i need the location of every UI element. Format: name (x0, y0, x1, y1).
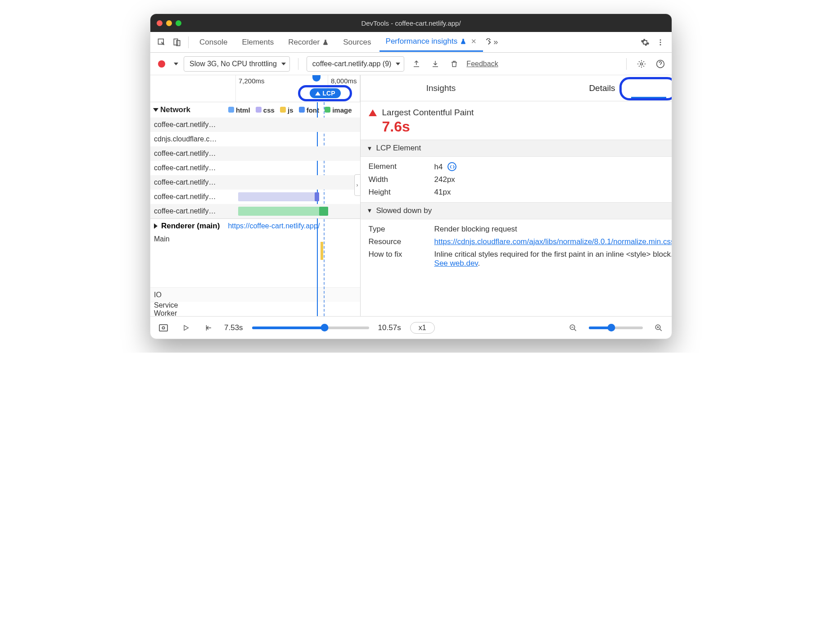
playback-bar: 7.53s 10.57s x1 (150, 316, 672, 339)
lcp-element-details: Element h4 Width 242px Height 41px (361, 157, 672, 202)
lcp-summary: Largest Contentful Paint 7.6s (361, 101, 672, 140)
titlebar: DevTools - coffee-cart.netlify.app/ (150, 14, 672, 32)
how-to-fix-link[interactable]: See web.dev (434, 259, 478, 268)
expand-sidebar-handle[interactable]: › (354, 174, 361, 196)
reveal-element-icon[interactable] (447, 162, 456, 171)
start-time: 7.53s (224, 323, 243, 332)
record-button[interactable] (155, 57, 168, 71)
network-request-row[interactable]: coffee-cart.netlify… (150, 175, 360, 190)
network-rows: coffee-cart.netlify… cdnjs.cloudflare.c…… (150, 118, 360, 218)
tick-label: 8,000ms (331, 77, 357, 85)
kv-label: Type (369, 225, 427, 234)
kv-label: Element (369, 162, 427, 172)
screenshot-toggle-icon[interactable] (157, 321, 170, 335)
kv-value: https://cdnjs.cloudflare.com/ajax/libs/n… (434, 237, 672, 246)
warning-triangle-icon (369, 109, 377, 116)
network-request-row[interactable]: coffee-cart.netlify… (150, 146, 360, 161)
skip-back-icon[interactable] (202, 321, 215, 335)
network-request-row[interactable]: coffee-cart.netlify… (150, 118, 360, 132)
triangle-up-icon (315, 91, 321, 95)
import-icon[interactable] (429, 57, 442, 71)
network-request-row[interactable]: coffee-cart.netlify… (150, 204, 360, 218)
kv-label: How to fix (369, 250, 427, 268)
thread-service-worker[interactable]: Service Worker (150, 302, 156, 316)
details-pane: Insights Details Largest Contentful Pain… (361, 75, 672, 316)
end-time: 10.57s (378, 323, 401, 332)
svg-rect-1 (174, 39, 177, 45)
network-legend: html css js font image (228, 106, 357, 114)
flask-icon (322, 39, 329, 45)
device-toggle-icon[interactable] (170, 36, 184, 49)
kv-value: 242px (434, 175, 672, 184)
kv-label: Height (369, 188, 427, 197)
thread-main[interactable]: Main (150, 233, 360, 287)
tab-console[interactable]: Console (193, 33, 234, 51)
lcp-value: 7.6s (382, 118, 672, 135)
throttle-dropdown[interactable]: Slow 3G, No CPU throttling (184, 56, 290, 72)
svg-point-5 (660, 44, 661, 45)
lcp-title: Largest Contentful Paint (382, 108, 474, 118)
insights-details-tabs: Insights Details (361, 75, 672, 101)
timeline-body: Network html css js font image coffee-ca… (150, 102, 360, 316)
network-request-row[interactable]: coffee-cart.netlify… (150, 190, 360, 204)
kv-value: h4 (434, 162, 672, 172)
window-title: DevTools - coffee-cart.netlify.app/ (150, 19, 672, 27)
kv-value: Render blocking request (434, 225, 672, 234)
kebab-menu-icon[interactable] (654, 36, 667, 49)
playhead-marker[interactable] (312, 75, 321, 82)
renderer-url-link[interactable]: https://coffee-cart.netlify.app/ (228, 222, 320, 230)
slowed-down-section-header[interactable]: ▼ Slowed down by (361, 202, 672, 219)
more-tabs-icon[interactable]: » (485, 36, 498, 49)
svg-point-3 (660, 39, 661, 41)
tab-elements[interactable]: Elements (235, 33, 280, 51)
network-section-header[interactable]: Network html css js font image (150, 102, 360, 118)
zoom-in-icon[interactable] (652, 321, 665, 335)
svg-point-9 (162, 327, 164, 329)
tab-sources[interactable]: Sources (337, 33, 377, 51)
disclosure-triangle-icon (154, 223, 158, 229)
kv-value: 41px (434, 188, 672, 197)
delete-icon[interactable] (447, 57, 461, 71)
zoom-level[interactable]: x1 (410, 322, 435, 334)
zoom-slider[interactable] (589, 327, 643, 329)
slowed-down-details: Type Render blocking request Resource ht… (361, 219, 672, 273)
inspect-icon[interactable] (155, 36, 168, 49)
export-icon[interactable] (410, 57, 423, 71)
zoom-out-icon[interactable] (566, 321, 580, 335)
disclosure-triangle-icon (153, 108, 158, 112)
perf-settings-icon[interactable] (635, 57, 648, 71)
svg-point-6 (641, 63, 643, 65)
settings-icon[interactable] (638, 36, 652, 49)
main-body: 7,200ms LCP 8,000ms (150, 75, 672, 316)
kv-value: Inline critical styles required for the … (434, 250, 672, 268)
tab-performance-insights[interactable]: Performance insights ✕ (379, 32, 483, 52)
devtools-window: DevTools - coffee-cart.netlify.app/ Cons… (150, 14, 672, 339)
tab-recorder[interactable]: Recorder (282, 33, 335, 51)
svg-rect-8 (159, 324, 167, 331)
feedback-link[interactable]: Feedback (466, 60, 498, 68)
tick-label: 7,200ms (239, 77, 265, 85)
record-menu-caret[interactable] (174, 63, 178, 65)
thread-io[interactable]: IO (150, 287, 360, 302)
resource-link[interactable]: https://cdnjs.cloudflare.com/ajax/libs/n… (434, 237, 672, 246)
perf-toolbar: Slow 3G, No CPU throttling coffee-cart.n… (150, 53, 672, 75)
main-thread-task[interactable] (321, 242, 323, 260)
svg-point-4 (660, 41, 661, 43)
timeline-ruler[interactable]: 7,200ms LCP 8,000ms (150, 75, 360, 102)
lcp-element-section-header[interactable]: ▼ LCP Element (361, 140, 672, 157)
play-button[interactable] (179, 321, 193, 335)
timeline-pane: 7,200ms LCP 8,000ms (150, 75, 361, 316)
renderer-section-header[interactable]: Renderer (main) https://coffee-cart.netl… (150, 219, 360, 233)
divider (188, 36, 189, 48)
help-icon[interactable] (654, 57, 667, 71)
network-request-row[interactable]: cdnjs.cloudflare.c… (150, 132, 360, 146)
panel-tabs: Console Elements Recorder Sources Perfor… (150, 32, 672, 53)
network-request-row[interactable]: coffee-cart.netlify… (150, 161, 360, 175)
tab-insights[interactable]: Insights (361, 75, 522, 101)
playback-slider[interactable] (252, 327, 369, 329)
kv-label: Resource (369, 237, 427, 246)
close-tab-icon[interactable]: ✕ (471, 37, 477, 45)
page-select-dropdown[interactable]: coffee-cart.netlify.app (9) (307, 56, 405, 72)
flask-icon (460, 38, 466, 45)
renderer-section: Renderer (main) https://coffee-cart.netl… (150, 218, 360, 316)
